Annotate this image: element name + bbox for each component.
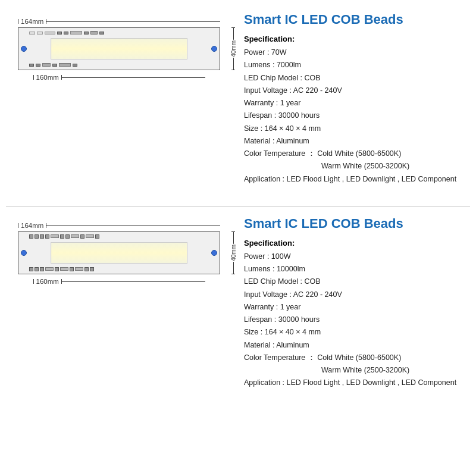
cob-strip-2 [51,242,187,264]
spec-size-1: Size : 164 × 40 × 4 mm [244,123,464,135]
spec-chip-1: LED Chip Model : COB [244,72,464,84]
top-dim-text-1: 164mm [18,18,46,25]
product-section-1: 164mm [6,12,470,186]
spec-area-2: Smart IC LED COB Beads Specification: Po… [232,216,470,390]
comp-8 [90,31,98,35]
spec-application-2: Application : LED Flood Light , LED Down… [244,377,464,389]
bcomp-2 [36,64,40,67]
dot-l-1 [21,46,27,52]
r2-bc-7 [70,267,74,271]
spec-voltage-1: Input Voltage : AC 220 - 240V [244,84,464,97]
top-dim-line-2: 164mm [18,222,220,229]
spec-list-2: Power : 100W Lumens : 10000lm LED Chip M… [244,250,464,390]
r2-bc-2 [35,267,39,271]
spec-power-2: Power : 100W [244,250,464,263]
r2-tc-10 [86,234,94,238]
product-title-1: Smart IC LED COB Beads [244,12,464,27]
diagram-1: 164mm [6,12,232,93]
r2-tc-1 [29,234,33,239]
divider [6,206,470,207]
side-line-top-2 [233,232,234,244]
dots-left-2 [21,250,27,256]
spec-warranty-1: Warranty : 1 year [244,97,464,109]
spec-color-temp-warm-2: Warm White (2500-3200K) [244,364,464,377]
bot-dim-text-2: 160mm [34,278,61,285]
side-line-bot-1 [233,58,234,70]
r2-tc-11 [95,234,99,239]
spec-lifespan-2: Lifespan : 30000 hours [244,314,464,326]
pcb-top-components-1 [29,31,209,35]
spec-lumens-2: Lumens : 10000lm [244,263,464,275]
side-dim-text-1: 40mm [230,40,237,58]
r2-bc-10 [90,267,94,271]
side-dim-text-2: 40mm [230,244,237,262]
pcb-board-2 [18,231,220,274]
spec-material-2: Material : Aluminum [244,339,464,352]
comp-6 [70,31,82,35]
diagram-wrapper-1: 164mm [18,18,220,81]
r2-bc-4 [45,267,54,271]
top-dim-text-2: 164mm [18,222,46,229]
bot-dim-1: 160mm [33,74,205,81]
side-line-bot-2 [233,262,234,274]
pcb-row-1: 40mm [18,27,220,70]
spec-area-1: Smart IC LED COB Beads Specification: Po… [232,12,470,186]
bcomp-4 [52,64,57,67]
side-dim-2: 40mm [228,231,238,274]
spec-color-temp-label-2: Color Temperature ： Cold White (5800-650… [244,352,464,364]
r2-tc-5 [51,234,59,238]
comp-4 [57,32,62,35]
dot-l-2 [21,250,27,256]
dots-right-2 [211,250,217,256]
pcb-board-1 [18,27,220,70]
top-dim-2: 164mm [18,222,220,229]
top-dim-line-1: 164mm [18,18,220,25]
spec-size-2: Size : 164 × 40 × 4 mm [244,326,464,339]
spec-power-1: Power : 70W [244,46,464,59]
r2-tc-3 [40,234,44,239]
r2-tc-9 [80,234,84,239]
r2-bc-9 [84,267,89,271]
r2-tc-4 [45,234,49,239]
spec-warranty-2: Warranty : 1 year [244,301,464,314]
spec-color-temp-warm-1: Warm White (2500-3200K) [244,160,464,173]
diagram-2: 164mm [6,216,232,297]
bot-dim-line-1: 160mm [33,74,205,81]
diagram-wrapper-2: 164mm [18,222,220,285]
side-line-top-1 [233,28,234,40]
product-section-2: 164mm [6,216,470,390]
spec-list-1: Power : 70W Lumens : 7000lm LED Chip Mod… [244,46,464,186]
bcomp-6 [73,64,77,67]
r2-tc-7 [65,234,70,239]
r2-tc-6 [60,234,64,239]
spec-lifespan-1: Lifespan : 30000 hours [244,109,464,122]
side-dim-1: 40mm [228,27,238,70]
bot-dim-line-2: 160mm [33,278,205,285]
r2-bc-1 [29,267,33,271]
product-title-2: Smart IC LED COB Beads [244,216,464,231]
r2-bc-5 [55,267,59,271]
spec-heading-2: Specification: [244,239,464,248]
comp-7 [84,32,89,35]
dot-r-2 [211,250,217,256]
r2-tc-8 [71,234,79,238]
spec-color-temp-label-1: Color Temperature ： Cold White (5800-650… [244,148,464,160]
bot-dim-end-r-1 [61,75,62,80]
side-dim-inner-2: 40mm [228,231,238,274]
dim-end-right-2 [46,223,46,228]
page: 164mm [0,0,476,476]
spec-material-1: Material : Aluminum [244,135,464,148]
side-tick-bot-2 [231,274,235,274]
bot-dim-2: 160mm [33,278,205,285]
dots-left-1 [21,46,27,52]
spec-application-1: Application : LED Flood Light , LED Down… [244,173,464,186]
pcb-bot-row2 [29,267,209,271]
bcomp-5 [59,63,71,67]
r2-bc-8 [75,267,83,271]
comp-2 [37,32,43,35]
spec-lumens-1: Lumens : 7000lm [244,59,464,71]
spec-voltage-2: Input Voltage : AC 220 - 240V [244,289,464,301]
r2-tc-2 [35,234,39,239]
dots-right-1 [211,46,217,52]
pcb-row-2: 40mm [18,231,220,274]
